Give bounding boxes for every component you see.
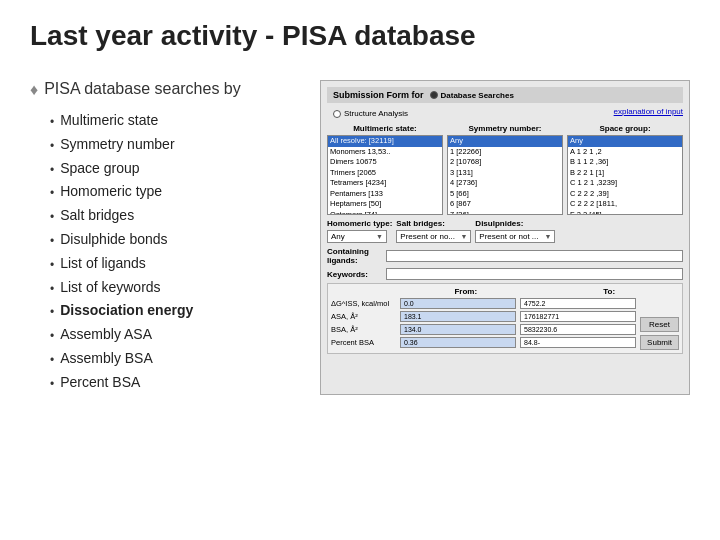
form-title-bar: Submission Form for Database Searches xyxy=(327,87,683,103)
spacegroup-item-0[interactable]: Any xyxy=(568,136,682,147)
submit-button[interactable]: Submit xyxy=(640,335,679,350)
list-item: •Symmetry number xyxy=(50,133,310,157)
symmetry-item-5[interactable]: 5 [66] xyxy=(448,189,562,200)
list-item: •List of keywords xyxy=(50,276,310,300)
keywords-row: Keywords: xyxy=(327,268,683,280)
dropdown-arrow-icon: ▼ xyxy=(376,233,383,240)
list-item: •Multimeric state xyxy=(50,109,310,133)
energy-section: From: To: ΔG^ISS, kcal/mol ASA, Å² xyxy=(327,283,683,354)
structure-analysis-radio[interactable]: Structure Analysis xyxy=(333,109,408,118)
radio-unselected-icon xyxy=(333,110,341,118)
ligands-row: Containing ligands: xyxy=(327,247,683,265)
slide: Last year activity - PISA database ♦ PIS… xyxy=(0,0,720,540)
bullet-dot: • xyxy=(50,183,54,203)
list-item: •Assembly BSA xyxy=(50,347,310,371)
multimeric-column: Multimeric state: All resolve: [32119] M… xyxy=(327,124,443,215)
energy-to-3[interactable] xyxy=(520,337,636,348)
symmetry-listbox[interactable]: Any 1 [22266] 2 [10768] 3 [131] 4 [2736]… xyxy=(447,135,563,215)
bullet-dot: • xyxy=(50,112,54,132)
spacegroup-item-6[interactable]: C 2 2 2 [1811, xyxy=(568,199,682,210)
homomeric-section: Homomeric type: Any ▼ Salt bridges: Pres… xyxy=(327,219,683,243)
energy-row-1: ASA, Å² xyxy=(331,311,636,322)
spacegroup-item-4[interactable]: C 1 2 1 ,3239] xyxy=(568,178,682,189)
symmetry-column: Symmetry number: Any 1 [22266] 2 [10768]… xyxy=(447,124,563,215)
bullet-dot: • xyxy=(50,374,54,394)
explain-link[interactable]: explanation of input xyxy=(614,107,683,116)
energy-to-1[interactable] xyxy=(520,311,636,322)
from-to-header: From: To: xyxy=(396,287,679,296)
left-panel: ♦ PISA database searches by •Multimeric … xyxy=(30,80,310,395)
list-item: •Assembly ASA xyxy=(50,323,310,347)
bullet-dot: • xyxy=(50,160,54,180)
energy-row-0: ΔG^ISS, kcal/mol xyxy=(331,298,636,309)
symmetry-item-4[interactable]: 4 [2736] xyxy=(448,178,562,189)
list-item: •Dissociation energy xyxy=(50,299,310,323)
multimeric-item-6[interactable]: Heptamers [50] xyxy=(328,199,442,210)
spacegroup-item-1[interactable]: A 1 2 1 ,2 xyxy=(568,147,682,158)
list-item: •List of ligands xyxy=(50,252,310,276)
multimeric-item-4[interactable]: Tetramers [4234] xyxy=(328,178,442,189)
reset-button[interactable]: Reset xyxy=(640,317,679,332)
spacegroup-item-7[interactable]: F 2 2 [45] xyxy=(568,210,682,216)
list-item: •Disulphide bonds xyxy=(50,228,310,252)
main-bullet: ♦ PISA database searches by xyxy=(30,80,310,99)
bullet-dot: • xyxy=(50,207,54,227)
multimeric-item-5[interactable]: Pentamers [133 xyxy=(328,189,442,200)
energy-from-0[interactable] xyxy=(400,298,516,309)
symmetry-item-3[interactable]: 3 [131] xyxy=(448,168,562,179)
energy-rows-container: ΔG^ISS, kcal/mol ASA, Å² BSA, Å² xyxy=(331,298,679,350)
multimeric-item-2[interactable]: Dimers 10675 xyxy=(328,157,442,168)
bullet-dot: • xyxy=(50,302,54,322)
spacegroup-listbox[interactable]: Any A 1 2 1 ,2 B 1 1 2 ,36] B 2 2 1 [1] … xyxy=(567,135,683,215)
symmetry-item-2[interactable]: 2 [10768] xyxy=(448,157,562,168)
multimeric-item-0[interactable]: All resolve: [32119] xyxy=(328,136,442,147)
ligands-input[interactable] xyxy=(386,250,683,262)
energy-to-2[interactable] xyxy=(520,324,636,335)
energy-from-2[interactable] xyxy=(400,324,516,335)
spacegroup-item-2[interactable]: B 1 1 2 ,36] xyxy=(568,157,682,168)
homomeric-dropdown[interactable]: Any ▼ xyxy=(327,230,387,243)
disulphide-dropdown[interactable]: Present or not ... ▼ xyxy=(475,230,555,243)
energy-to-0[interactable] xyxy=(520,298,636,309)
multimeric-item-7[interactable]: Octamers [74] xyxy=(328,210,442,216)
bullet-dot: • xyxy=(50,279,54,299)
list-item: •Percent BSA xyxy=(50,371,310,395)
bullet-list: •Multimeric state •Symmetry number •Spac… xyxy=(50,109,310,395)
energy-row-2: BSA, Å² xyxy=(331,324,636,335)
database-search-radio[interactable]: Database Searches xyxy=(430,91,514,100)
content-area: ♦ PISA database searches by •Multimeric … xyxy=(30,80,690,395)
diamond-icon: ♦ xyxy=(30,81,38,99)
page-title: Last year activity - PISA database xyxy=(30,20,690,60)
energy-from-1[interactable] xyxy=(400,311,516,322)
multimeric-item-1[interactable]: Monomers 13,53.. xyxy=(328,147,442,158)
spacegroup-item-3[interactable]: B 2 2 1 [1] xyxy=(568,168,682,179)
bullet-dot: • xyxy=(50,231,54,251)
keywords-input[interactable] xyxy=(386,268,683,280)
radio-selected-icon xyxy=(430,91,438,99)
list-item: •Salt bridges xyxy=(50,204,310,228)
right-panel: Submission Form for Database Searches St… xyxy=(320,80,690,395)
symmetry-item-1[interactable]: 1 [22266] xyxy=(448,147,562,158)
multimeric-listbox[interactable]: All resolve: [32119] Monomers 13,53.. Di… xyxy=(327,135,443,215)
list-item: •Space group xyxy=(50,157,310,181)
dropdown-arrow-icon: ▼ xyxy=(544,233,551,240)
dropdown-arrow-icon: ▼ xyxy=(460,233,467,240)
spacegroup-item-5[interactable]: C 2 2 2 ,39] xyxy=(568,189,682,200)
bullet-dot: • xyxy=(50,136,54,156)
list-item: •Homomeric type xyxy=(50,180,310,204)
spacegroup-column: Space group: Any A 1 2 1 ,2 B 1 1 2 ,36]… xyxy=(567,124,683,215)
bullet-dot: • xyxy=(50,350,54,370)
list-columns-section: Multimeric state: All resolve: [32119] M… xyxy=(327,124,683,215)
bullet-dot: • xyxy=(50,326,54,346)
symmetry-item-0[interactable]: Any xyxy=(448,136,562,147)
action-buttons: Reset Submit xyxy=(640,317,679,350)
energy-from-3[interactable] xyxy=(400,337,516,348)
energy-row-3: Percent BSA xyxy=(331,337,636,348)
bullet-dot: • xyxy=(50,255,54,275)
multimeric-item-3[interactable]: Trimers [2065 xyxy=(328,168,442,179)
symmetry-item-6[interactable]: 6 [867 xyxy=(448,199,562,210)
symmetry-item-7[interactable]: 7 [26] xyxy=(448,210,562,216)
energy-rows: ΔG^ISS, kcal/mol ASA, Å² BSA, Å² xyxy=(331,298,636,350)
salt-dropdown[interactable]: Present or no... ▼ xyxy=(396,230,471,243)
